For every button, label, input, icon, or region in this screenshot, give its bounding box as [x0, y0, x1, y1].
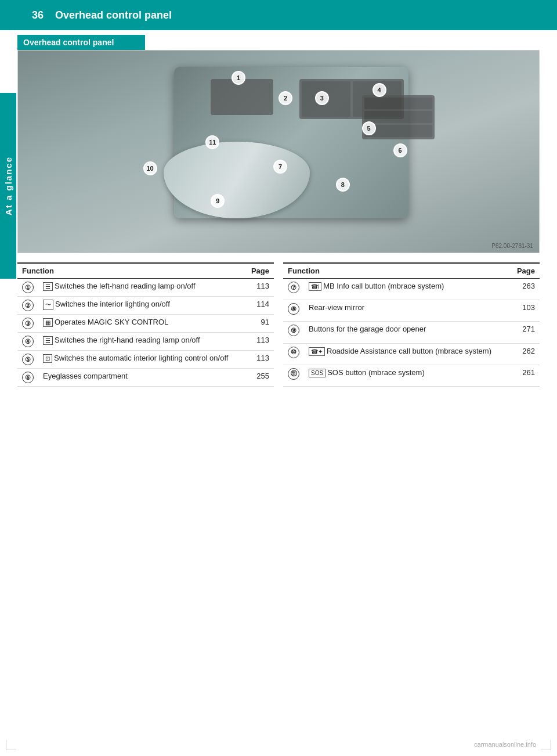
- left-table-row: ②〜Switches the interior lighting on/off1…: [17, 297, 274, 315]
- number-circle: ⑤: [22, 354, 34, 365]
- row-page: 103: [510, 300, 540, 322]
- row-number: ④: [17, 333, 38, 351]
- watermark: carmanualsonline.info: [474, 741, 536, 748]
- row-page: 271: [510, 322, 540, 343]
- page-number: 36: [32, 9, 44, 21]
- row-number: ⑤: [17, 351, 38, 369]
- function-icon: ▦: [43, 318, 53, 327]
- right-table-row: ⑩☎✦Roadside Assistance call button (mbra…: [283, 343, 540, 365]
- left-function-table: Function Page ①☰Switches the left-hand r…: [17, 262, 274, 387]
- overhead-panel-image: 1 2 3 4 5 6 7 8 9 10 11 P82.00-2781-31: [17, 50, 540, 253]
- row-page: 114: [245, 297, 274, 315]
- row-page: 262: [510, 343, 540, 365]
- function-icon: 〜: [43, 300, 53, 310]
- row-function: ☎iMB Info call button (mbrace system): [304, 279, 510, 300]
- callout-7: 7: [273, 160, 287, 174]
- left-table-row: ①☰Switches the left-hand reading lamp on…: [17, 279, 274, 297]
- row-function: Rear-view mirror: [304, 300, 510, 322]
- sidebar-tab: At a glance: [0, 93, 16, 279]
- right-table-row: ⑨Buttons for the garage door opener271: [283, 322, 540, 343]
- number-circle: ①: [22, 282, 34, 293]
- left-table-row: ③▦Operates MAGIC SKY CONTROL91: [17, 315, 274, 333]
- row-page: 261: [510, 365, 540, 386]
- number-circle: ②: [22, 300, 34, 311]
- row-function: ⊡Switches the automatic interior lightin…: [38, 351, 245, 369]
- row-function: Buttons for the garage door opener: [304, 322, 510, 343]
- row-number: ⑪: [283, 365, 304, 386]
- callout-6: 6: [393, 143, 407, 157]
- left-col-function-header: Function: [17, 263, 245, 279]
- left-col-page-header: Page: [245, 263, 274, 279]
- callout-2: 2: [278, 91, 292, 105]
- btn-3b: [364, 111, 433, 123]
- row-page: 91: [245, 315, 274, 333]
- right-col-page-header: Page: [510, 263, 540, 279]
- header-title: Overhead control panel: [55, 9, 172, 21]
- section-heading: Overhead control panel: [17, 35, 145, 50]
- row-number: ③: [17, 315, 38, 333]
- header-bar: 36 Overhead control panel: [0, 0, 557, 30]
- row-function: Eyeglasses compartment: [38, 369, 245, 387]
- callout-4: 4: [372, 83, 386, 97]
- button-group-1: [211, 79, 273, 116]
- number-circle: ⑧: [288, 303, 299, 315]
- btn-3a: [364, 98, 433, 110]
- number-circle: ③: [22, 318, 34, 329]
- row-function: 〜Switches the interior lighting on/off: [38, 297, 245, 315]
- right-col-function-header: Function: [283, 263, 510, 279]
- right-table-row: ⑧Rear-view mirror103: [283, 300, 540, 322]
- row-page: 263: [510, 279, 540, 300]
- function-icon: ☎✦: [309, 347, 325, 356]
- function-icon: ☰: [43, 336, 53, 345]
- callout-5: 5: [362, 121, 376, 135]
- callout-1: 1: [232, 71, 245, 85]
- row-page: 113: [245, 333, 274, 351]
- left-table-row: ⑤⊡Switches the automatic interior lighti…: [17, 351, 274, 369]
- row-page: 255: [245, 369, 274, 387]
- left-table-row: ④☰Switches the right-hand reading lamp o…: [17, 333, 274, 351]
- function-icon: SOS: [309, 369, 325, 377]
- row-page: 113: [245, 279, 274, 297]
- row-number: ②: [17, 297, 38, 315]
- row-function: ☰Switches the left-hand reading lamp on/…: [38, 279, 245, 297]
- callout-8: 8: [336, 178, 350, 192]
- row-function: ☎✦Roadside Assistance call button (mbrac…: [304, 343, 510, 365]
- row-number: ⑦: [283, 279, 304, 300]
- corner-mark-br: [541, 740, 551, 750]
- image-caption: P82.00-2781-31: [491, 243, 533, 249]
- left-table-row: ⑥Eyeglasses compartment255: [17, 369, 274, 387]
- row-function: ☰Switches the right-hand reading lamp on…: [38, 333, 245, 351]
- number-circle: ⑦: [288, 282, 299, 293]
- number-circle: ⑩: [288, 347, 299, 358]
- row-function: SOSSOS button (mbrace system): [304, 365, 510, 386]
- callout-3: 3: [315, 91, 329, 105]
- number-circle: ⑥: [22, 372, 34, 383]
- main-content: Overhead control panel 1 2 3 4: [17, 35, 540, 739]
- number-circle: ④: [22, 336, 34, 347]
- number-circle: ⑪: [288, 368, 299, 380]
- sidebar-label: At a glance: [3, 156, 13, 215]
- function-icon: ⊡: [43, 354, 52, 363]
- row-page: 113: [245, 351, 274, 369]
- image-interior: 1 2 3 4 5 6 7 8 9 10 11: [18, 51, 539, 253]
- function-icon: ☎i: [309, 282, 321, 291]
- tables-row: Function Page ①☰Switches the left-hand r…: [17, 262, 540, 387]
- row-number: ①: [17, 279, 38, 297]
- right-function-table: Function Page ⑦☎iMB Info call button (mb…: [283, 262, 540, 387]
- row-number: ⑧: [283, 300, 304, 322]
- row-function: ▦Operates MAGIC SKY CONTROL: [38, 315, 245, 333]
- right-table-row: ⑦☎iMB Info call button (mbrace system)26…: [283, 279, 540, 300]
- function-icon: ☰: [43, 282, 53, 291]
- right-table-row: ⑪SOSSOS button (mbrace system)261: [283, 365, 540, 386]
- row-number: ⑩: [283, 343, 304, 365]
- row-number: ⑥: [17, 369, 38, 387]
- row-number: ⑨: [283, 322, 304, 343]
- number-circle: ⑨: [288, 325, 299, 336]
- corner-mark-bl: [6, 740, 16, 750]
- callout-10: 10: [143, 161, 157, 175]
